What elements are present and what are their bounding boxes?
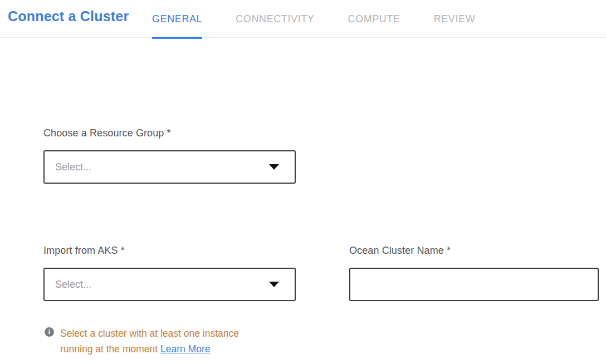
cluster-info-note: i Select a cluster with at least one ins… xyxy=(43,326,266,357)
chevron-down-icon xyxy=(269,164,279,170)
tab-connectivity[interactable]: CONNECTIVITY xyxy=(236,0,314,38)
resource-group-placeholder: Select... xyxy=(55,161,91,173)
learn-more-link[interactable]: Learn More xyxy=(160,343,211,355)
resource-group-label: Choose a Resource Group * xyxy=(43,127,171,139)
tab-general[interactable]: GENERAL xyxy=(152,0,202,38)
ocean-cluster-name-label: Ocean Cluster Name * xyxy=(349,245,451,257)
page-title: Connect a Cluster xyxy=(8,8,129,24)
tab-compute[interactable]: COMPUTE xyxy=(348,0,400,38)
ocean-cluster-name-input[interactable] xyxy=(349,268,599,301)
wizard-tabs: GENERAL CONNECTIVITY COMPUTE REVIEW xyxy=(152,0,475,38)
tab-review[interactable]: REVIEW xyxy=(434,0,476,38)
import-aks-select[interactable]: Select... xyxy=(43,268,296,301)
import-aks-placeholder: Select... xyxy=(55,279,91,291)
wizard-header: Connect a Cluster GENERAL CONNECTIVITY C… xyxy=(0,0,606,38)
note-text: Select a cluster with at least one insta… xyxy=(60,328,239,355)
resource-group-select[interactable]: Select... xyxy=(43,150,296,184)
chevron-down-icon xyxy=(269,282,279,287)
info-icon: i xyxy=(45,327,54,337)
import-aks-label: Import from AKS * xyxy=(43,245,125,257)
